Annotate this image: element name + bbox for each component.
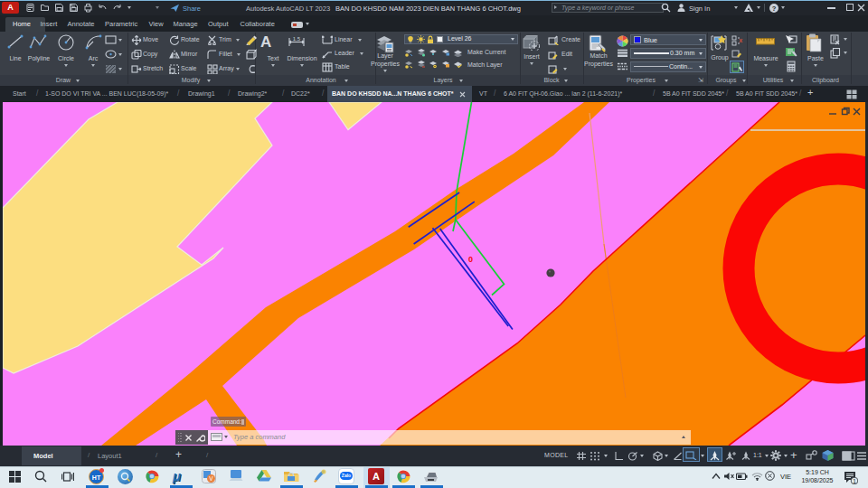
svg-text:1: 1: [853, 478, 856, 484]
svg-text:?: ?: [772, 5, 777, 13]
svg-text:0: 0: [468, 255, 473, 264]
svg-text:V: V: [209, 475, 213, 482]
svg-text:1.5: 1.5: [293, 36, 301, 42]
